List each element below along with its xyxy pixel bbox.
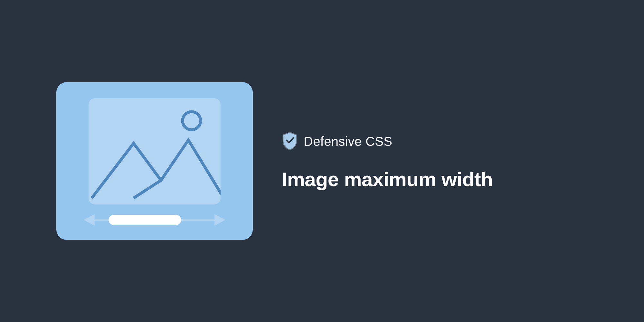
shield-check-icon [282,132,298,152]
arrow-left-icon [84,214,95,226]
illustration-card [56,82,253,240]
content-row: Defensive CSS Image maximum width [0,82,493,240]
width-indicator [84,214,225,226]
arrow-right-icon [214,214,225,226]
svg-point-0 [183,112,201,130]
scroll-thumb [109,215,181,225]
brand-row: Defensive CSS [282,132,493,152]
image-placeholder-icon [89,98,221,204]
image-placeholder-frame [89,98,221,204]
text-column: Defensive CSS Image maximum width [282,132,493,191]
article-title: Image maximum width [282,168,493,191]
brand-label: Defensive CSS [304,134,392,149]
